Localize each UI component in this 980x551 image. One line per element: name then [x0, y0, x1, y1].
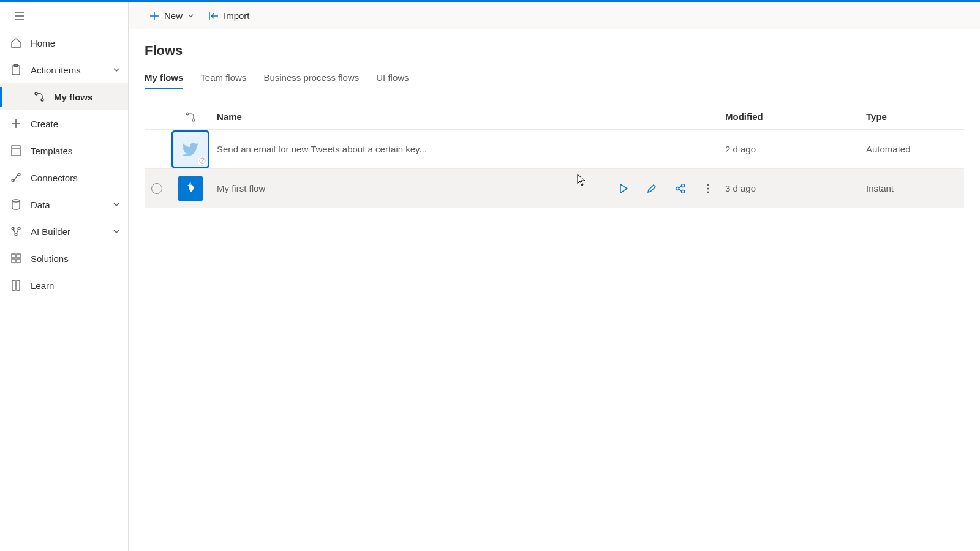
menu-icon [15, 12, 24, 20]
new-button-label: New [164, 10, 183, 21]
share-icon [674, 184, 685, 193]
svg-point-8 [12, 227, 14, 230]
sidebar-item-label: Data [31, 200, 102, 210]
sidebar: Home Action items My flows Create [0, 2, 129, 551]
svg-point-21 [707, 184, 709, 186]
column-header-name[interactable]: Name [212, 111, 603, 122]
clipboard-icon [10, 64, 22, 76]
tab-business-process-flows[interactable]: Business process flows [263, 69, 359, 89]
tab-label: Business process flows [263, 72, 359, 83]
flow-name[interactable]: Send an email for new Tweets about a cer… [212, 144, 603, 154]
connectors-icon [10, 171, 22, 184]
svg-rect-12 [17, 254, 20, 258]
sidebar-item-home[interactable]: Home [0, 29, 128, 56]
sort-icon[interactable] [185, 111, 196, 122]
svg-point-19 [682, 184, 685, 187]
sidebar-item-templates[interactable]: Templates [0, 137, 128, 164]
page-title: Flows [145, 43, 964, 59]
svg-point-15 [186, 113, 189, 115]
tab-label: Team flows [200, 72, 246, 83]
tabs: My flows Team flows Business process flo… [145, 69, 964, 89]
tab-label: UI flows [376, 72, 409, 83]
sidebar-item-label: Learn [31, 280, 128, 291]
command-bar: New Import [129, 2, 980, 29]
sidebar-item-my-flows[interactable]: My flows [0, 83, 128, 110]
ai-builder-icon [10, 225, 22, 238]
row-select-radio[interactable] [151, 183, 162, 194]
svg-point-18 [676, 187, 679, 190]
sidebar-item-solutions[interactable]: Solutions [0, 245, 128, 272]
flows-list: Name Modified Type [145, 104, 964, 208]
more-button[interactable] [701, 181, 715, 196]
share-button[interactable] [673, 181, 687, 196]
column-header-modified[interactable]: Modified [725, 111, 866, 122]
data-icon [10, 198, 22, 211]
flow-icon [33, 91, 45, 103]
svg-point-5 [12, 179, 14, 182]
sidebar-item-ai-builder[interactable]: AI Builder [0, 218, 128, 245]
solutions-icon [10, 252, 22, 264]
main-content: New Import Flows My flows Team flows Bus… [129, 2, 980, 551]
home-icon [10, 37, 22, 49]
edit-button[interactable] [644, 181, 659, 196]
plus-icon [10, 118, 22, 130]
play-icon [619, 184, 628, 193]
svg-point-16 [192, 119, 195, 121]
import-button-label: Import [224, 10, 250, 21]
sidebar-item-create[interactable]: Create [0, 110, 128, 137]
sidebar-item-label: Templates [31, 146, 128, 156]
sidebar-item-label: Connectors [31, 173, 128, 183]
sidebar-item-label: Solutions [31, 253, 128, 264]
flow-name[interactable]: My first flow [212, 183, 603, 193]
flow-modified: 3 d ago [725, 183, 866, 193]
svg-point-22 [707, 187, 709, 189]
more-vertical-icon [707, 184, 709, 193]
chevron-down-icon [111, 64, 122, 75]
svg-point-3 [41, 99, 43, 101]
sidebar-item-label: My flows [54, 92, 128, 102]
sidebar-item-label: Create [31, 119, 128, 129]
svg-rect-11 [12, 254, 15, 258]
list-row[interactable]: Send an email for new Tweets about a cer… [145, 130, 964, 169]
svg-rect-0 [12, 66, 20, 75]
svg-rect-14 [17, 259, 20, 263]
sidebar-item-label: AI Builder [31, 227, 102, 237]
tab-label: My flows [145, 72, 183, 83]
sidebar-item-learn[interactable]: Learn [0, 272, 128, 299]
plus-icon [149, 11, 159, 21]
tab-ui-flows[interactable]: UI flows [376, 69, 409, 89]
svg-point-2 [35, 92, 37, 95]
tab-my-flows[interactable]: My flows [145, 69, 183, 89]
list-row[interactable]: My first flow [145, 169, 964, 208]
tab-team-flows[interactable]: Team flows [200, 69, 246, 89]
disabled-badge-icon [198, 157, 206, 165]
column-header-type[interactable]: Type [866, 111, 964, 122]
flow-type: Instant [866, 183, 964, 193]
svg-rect-4 [12, 146, 20, 156]
run-button[interactable] [616, 181, 631, 196]
hamburger-button[interactable] [10, 6, 29, 26]
sidebar-item-connectors[interactable]: Connectors [0, 164, 128, 191]
new-button[interactable]: New [143, 6, 200, 26]
sidebar-item-label: Home [31, 38, 128, 48]
svg-point-9 [18, 227, 20, 230]
sidebar-item-label: Action items [31, 65, 102, 75]
learn-icon [10, 279, 22, 291]
flow-icon-instant [178, 176, 203, 201]
list-header: Name Modified Type [145, 104, 964, 130]
svg-point-7 [12, 200, 20, 202]
import-icon [209, 11, 219, 21]
chevron-down-icon [111, 226, 122, 237]
svg-rect-13 [12, 259, 15, 263]
flow-icon-twitter [173, 132, 208, 167]
chevron-down-icon [187, 12, 194, 19]
sidebar-item-data[interactable]: Data [0, 191, 128, 218]
templates-icon [10, 144, 22, 157]
svg-point-20 [682, 190, 685, 193]
chevron-down-icon [111, 199, 122, 210]
flow-modified: 2 d ago [725, 144, 866, 154]
svg-point-10 [15, 233, 17, 236]
svg-point-6 [18, 173, 20, 176]
sidebar-item-action-items[interactable]: Action items [0, 56, 128, 83]
import-button[interactable]: Import [203, 6, 256, 26]
